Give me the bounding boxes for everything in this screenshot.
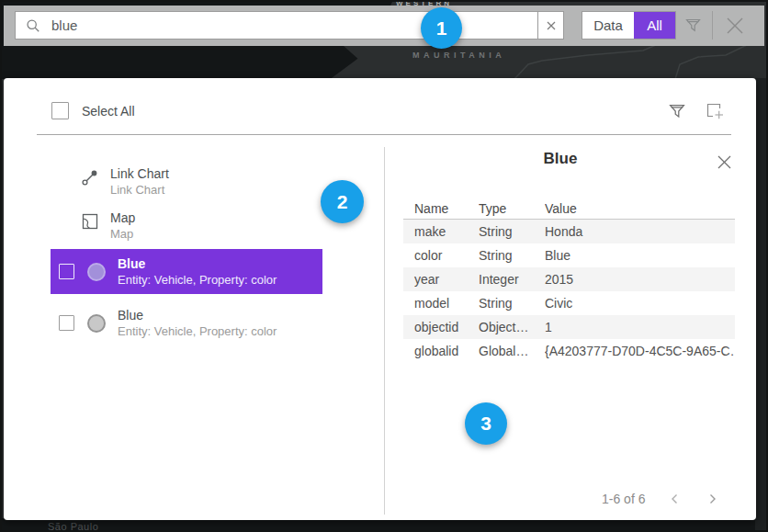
table-row: objectid Object… 1	[403, 315, 735, 339]
cell-name: make	[403, 224, 479, 239]
table-row: color String Blue	[403, 243, 735, 267]
cell-type: String	[479, 224, 545, 239]
map-icon	[81, 212, 99, 231]
result-title: Blue	[118, 308, 277, 323]
result-subtitle: Entity: Vehicle, Property: color	[118, 323, 277, 339]
cell-value: Honda	[545, 224, 735, 239]
clear-x-icon	[546, 20, 557, 31]
search-filter-button[interactable]	[681, 13, 705, 38]
search-icon	[26, 18, 40, 33]
cell-value: 1	[545, 320, 735, 334]
callout-badge-3: 3	[465, 402, 507, 445]
callout-badge-2: 2	[321, 180, 364, 223]
result-item-link-chart[interactable]: Link Chart Link Chart	[81, 166, 356, 201]
color-swatch-icon	[87, 314, 106, 333]
column-header-name: Name	[403, 201, 479, 216]
funnel-icon	[668, 102, 686, 120]
result-subtitle: Entity: Vehicle, Property: color	[118, 272, 277, 288]
header-divider	[37, 134, 731, 135]
map-label-sao-paulo: São Paulo	[48, 521, 98, 532]
cell-value: Civic	[545, 296, 735, 311]
chevron-left-icon	[668, 492, 683, 506]
table-row: make String Honda	[403, 220, 735, 243]
result-checkbox[interactable]	[59, 264, 74, 279]
search-toolbar: Data All	[4, 6, 764, 46]
pagination-next-button[interactable]	[701, 488, 723, 510]
cell-value: 2015	[545, 272, 735, 287]
column-header-type: Type	[479, 201, 545, 216]
scope-option-data[interactable]: Data	[582, 12, 634, 39]
cell-name: color	[403, 248, 479, 263]
search-scope-toggle: Data All	[582, 11, 676, 40]
callout-badge-1: 1	[421, 7, 462, 49]
cell-type: String	[479, 248, 545, 263]
link-chart-icon	[81, 168, 99, 187]
square-plus-icon	[705, 101, 725, 120]
app-window: WESTERN MAURITANIA São Paulo Data All	[0, 0, 768, 532]
search-results-panel: Select All Link Chart	[4, 78, 756, 520]
attribute-table: Name Type Value make String Honda color …	[403, 198, 735, 363]
results-filter-button[interactable]	[667, 101, 687, 121]
result-item-blue[interactable]: Blue Entity: Vehicle, Property: color	[51, 300, 322, 345]
select-all-checkbox[interactable]	[51, 102, 69, 119]
table-row: model String Civic	[403, 291, 735, 315]
cell-type: Integer	[479, 272, 545, 287]
cell-type: Object…	[479, 320, 545, 334]
map-right-strip	[755, 78, 768, 532]
result-title: Map	[110, 210, 135, 226]
pagination-label: 1-6 of 6	[602, 492, 645, 506]
result-title: Blue	[118, 256, 277, 272]
close-icon	[717, 154, 732, 170]
result-item-blue-selected[interactable]: Blue Entity: Vehicle, Property: color	[51, 249, 322, 294]
result-title: Link Chart	[110, 166, 169, 182]
clear-search-button[interactable]	[537, 11, 564, 40]
table-row: year Integer 2015	[403, 267, 735, 291]
result-checkbox[interactable]	[59, 315, 74, 331]
select-all-label: Select All	[82, 104, 135, 119]
map-bottom-strip	[0, 518, 768, 532]
cell-name: globalid	[403, 344, 479, 358]
cell-value: {A4203777-D70D-4C5C-9A65-C…	[545, 344, 735, 358]
search-close-button[interactable]	[720, 11, 750, 40]
table-row: globalid Global… {A4203777-D70D-4C5C-9A6…	[403, 339, 735, 363]
cell-type: Global…	[479, 344, 545, 358]
color-swatch-icon	[87, 263, 106, 281]
search-input[interactable]	[50, 17, 537, 34]
map-label-mauritania: MAURITANIA	[412, 51, 505, 60]
pagination-prev-button[interactable]	[664, 488, 686, 510]
cell-value: Blue	[545, 248, 735, 263]
add-to-map-button[interactable]	[704, 100, 726, 121]
attribute-table-header: Name Type Value	[403, 198, 735, 220]
list-detail-divider	[384, 147, 385, 515]
detail-close-button[interactable]	[713, 151, 735, 173]
result-item-map[interactable]: Map Map	[81, 210, 356, 245]
chevron-right-icon	[705, 492, 719, 506]
cell-name: objectid	[403, 320, 479, 334]
cell-type: String	[479, 296, 545, 311]
cell-name: model	[403, 296, 479, 311]
close-icon	[725, 16, 745, 36]
detail-title: Blue	[390, 150, 731, 168]
result-subtitle: Link Chart	[110, 182, 169, 198]
result-subtitle: Map	[110, 226, 135, 242]
column-header-value: Value	[545, 201, 735, 216]
cell-name: year	[403, 272, 479, 287]
scope-option-all[interactable]: All	[634, 12, 675, 39]
toolbar-divider	[712, 11, 713, 40]
funnel-icon	[684, 17, 702, 34]
